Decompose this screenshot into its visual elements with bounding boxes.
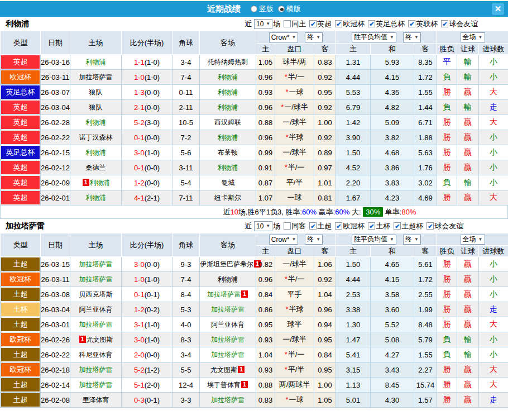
vertical-layout-radio[interactable] [251, 6, 257, 12]
league-cell: 英足总杯 [1, 145, 41, 160]
winlose-result-cell: 勝 [437, 272, 457, 287]
halftime-score: (0-0) [145, 133, 160, 142]
col-goals: 进球数 [479, 44, 508, 55]
match-row: 英足总杯26-03-07狼队1-3(0-0)0-11利物浦0.93*一球0.95… [1, 85, 508, 100]
date-cell: 26-03-07 [41, 85, 70, 100]
match-count-select[interactable]: 10▼ [254, 19, 272, 29]
euro-draw-odds-cell: 3.60 [371, 302, 414, 317]
euro-home-odds-cell: 6.79 [336, 100, 371, 115]
asterisk-icon: * [285, 365, 287, 374]
close-button[interactable]: ✕ [492, 3, 504, 15]
fulltime-score: 2-0 [134, 351, 145, 359]
chevron-down-icon: ▼ [316, 237, 320, 242]
euro-final-select[interactable]: 终▼ [403, 32, 421, 42]
euro-home-odds-cell: 4.44 [336, 70, 371, 85]
team-label: 加拉塔萨雷 [207, 290, 241, 298]
euro-home-odds-cell: 3.38 [336, 302, 371, 317]
handicap-result-cell: 贏 [457, 130, 479, 145]
goals-result-cell: 小 [479, 175, 508, 190]
league-badge: 欧冠杯 [1, 333, 40, 346]
league-cell: 土超 [1, 257, 41, 272]
handicap-result-cell: 贏 [457, 160, 479, 175]
league-checkbox[interactable] [335, 20, 342, 27]
fulltime-select[interactable]: 全场▼ [461, 32, 485, 42]
asterisk-icon: * [285, 133, 288, 141]
match-row: 土超26-02-14加拉塔萨雷5-1(2-0)12-4埃于普体育10.88两/两… [1, 378, 508, 393]
winlose-result-cell: 負 [437, 100, 457, 115]
euro-home-odds-cell: 5.01 [336, 393, 371, 408]
home-team-cell: 狼队 [70, 100, 122, 115]
handicap-result-cell: 贏 [457, 287, 479, 302]
team-label: 加拉塔萨雷 [211, 351, 245, 359]
euro-away-odds-cell: 1.72 [414, 70, 437, 85]
euro-draw-odds-cell: 4.65 [371, 257, 414, 272]
team-label: 加拉塔萨雷 [79, 381, 113, 389]
league-checkbox[interactable] [394, 222, 401, 230]
away-team-cell: 利物浦 [200, 100, 256, 115]
league-cell: 土超 [1, 393, 41, 408]
winlose-result-cell: 勝 [437, 302, 457, 317]
goals-result-cell: 小 [479, 287, 508, 302]
league-checkbox[interactable] [309, 222, 317, 230]
match-count-select[interactable]: 10▼ [254, 221, 272, 231]
halftime-score: (1-0) [145, 149, 160, 157]
winlose-result-cell: 勝 [437, 190, 457, 206]
league-badge: 土超 [1, 393, 40, 407]
league-label: 英联杯 [416, 19, 438, 29]
league-badge: 土超 [1, 318, 40, 331]
league-checkbox[interactable] [441, 20, 448, 27]
league-checkbox[interactable] [309, 20, 317, 27]
euro-away-odds-cell: 1.88 [414, 130, 437, 145]
odds-company-select[interactable]: Crow*▼ [269, 235, 299, 245]
odds-final-select[interactable]: 终▼ [305, 235, 323, 245]
corner-cell: 7-4 [172, 70, 200, 85]
same-venue-checkbox[interactable] [284, 20, 291, 27]
league-checkbox[interactable] [368, 222, 375, 230]
league-label: 欧冠杯 [343, 19, 365, 29]
date-cell: 26-02-08 [41, 393, 70, 408]
fulltime-score: 0-1 [134, 133, 145, 142]
away-team-cell: 利物浦 [200, 70, 256, 85]
league-checkbox[interactable] [368, 20, 375, 27]
score-cell: 0-1(0-0) [122, 160, 172, 175]
halftime-score: (1-0) [145, 336, 160, 344]
away-team-cell: 利物浦 [200, 85, 256, 100]
league-checkbox[interactable] [426, 222, 434, 230]
league-label: 球会友谊 [449, 19, 478, 29]
record-summary: 近10场,胜6平1负3, 胜率:60% 赢率:60% 大: 30% 单率:80% [0, 206, 508, 219]
crown-home-odds-cell: 0.83 [256, 393, 275, 408]
goals-result-cell: 小 [479, 347, 508, 362]
crown-away-odds-cell: 1.01 [314, 175, 336, 190]
fulltime-score: 1-2 [134, 179, 145, 187]
team-label: 埃于普体育 [207, 381, 241, 389]
crown-home-odds-cell: 0.96 [256, 100, 275, 115]
crown-home-odds-cell: 0.96 [256, 130, 275, 145]
crown-away-odds-cell: 0.92 [314, 100, 336, 115]
euro-odds-select[interactable]: 胜平负均值▼ [352, 235, 396, 245]
crown-away-odds-cell: 0.84 [314, 347, 336, 362]
league-cell: 欧冠杯 [1, 272, 41, 287]
away-team-cell: 纽卡斯尔 [200, 190, 256, 206]
recent-matches-table: 类型 日期 主场 比分(半场) 角球 客场 Crow*▼ 终▼ 胜平负均值▼ 终… [0, 31, 508, 206]
euro-odds-select[interactable]: 胜平负均值▼ [352, 32, 396, 42]
away-team-cell: 利物浦 [200, 160, 256, 175]
away-team-cell: 布莱顿 [200, 145, 256, 160]
odds-company-select[interactable]: Crow*▼ [269, 32, 299, 42]
match-row: 欧冠杯26-02-261尤文图斯3-0(1-0)8-3加拉塔萨雷0.93一/球半… [1, 332, 508, 347]
euro-away-odds-cell: 1.57 [414, 393, 437, 408]
horizontal-layout-radio[interactable] [278, 6, 285, 12]
league-checkbox[interactable] [335, 222, 342, 230]
league-cell: 土超 [1, 317, 41, 332]
fulltime-select[interactable]: 全场▼ [461, 235, 485, 245]
euro-away-odds-cell: 1.55 [414, 347, 437, 362]
home-team-cell: 加拉塔萨雷 [70, 378, 122, 393]
winlose-result-cell: 勝 [437, 160, 457, 175]
date-cell: 26-02-22 [41, 347, 70, 362]
euro-final-select[interactable]: 终▼ [403, 235, 421, 245]
odds-final-select[interactable]: 终▼ [305, 32, 323, 42]
same-venue-checkbox[interactable] [284, 222, 291, 230]
league-checkbox[interactable] [408, 20, 415, 27]
league-badge: 英超 [1, 116, 40, 129]
col-corner: 角球 [172, 31, 200, 55]
col-date: 日期 [41, 233, 70, 257]
